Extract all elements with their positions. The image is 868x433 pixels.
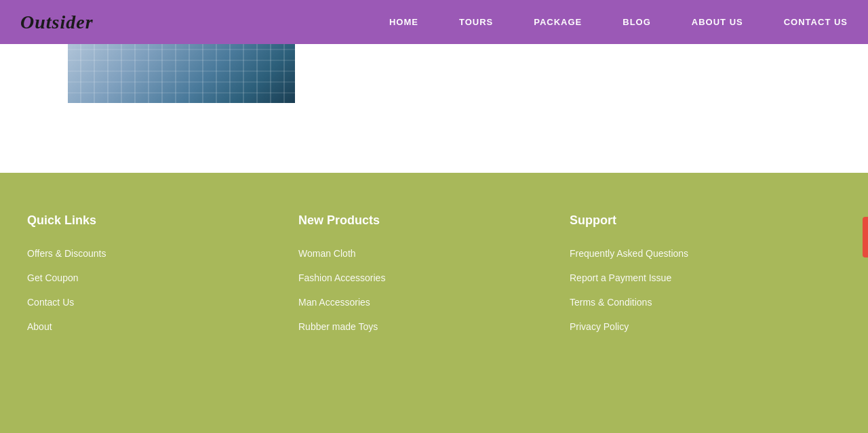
nav-tours[interactable]: TOURS xyxy=(459,17,493,27)
link-get-coupon[interactable]: Get Coupon xyxy=(27,272,298,283)
nav-home[interactable]: HOME xyxy=(389,17,418,27)
support-title: Support xyxy=(570,213,841,228)
link-offers-discounts[interactable]: Offers & Discounts xyxy=(27,248,298,259)
quick-links-title: Quick Links xyxy=(27,213,298,228)
footer-col-support: Support Frequently Asked Questions Repor… xyxy=(570,213,841,346)
link-faq[interactable]: Frequently Asked Questions xyxy=(570,248,841,259)
footer-col-new-products: New Products Woman Cloth Fashion Accesso… xyxy=(298,213,570,346)
link-payment-issue[interactable]: Report a Payment Issue xyxy=(570,272,841,283)
building-image-container xyxy=(68,44,295,103)
link-contact-us[interactable]: Contact Us xyxy=(27,297,298,308)
new-products-title: New Products xyxy=(298,213,570,228)
scroll-indicator[interactable] xyxy=(863,217,868,257)
nav-package[interactable]: PACKAGE xyxy=(534,17,582,27)
main-content xyxy=(0,44,868,173)
link-privacy[interactable]: Privacy Policy xyxy=(570,321,841,332)
building-image xyxy=(68,44,295,103)
footer-col-quick-links: Quick Links Offers & Discounts Get Coupo… xyxy=(27,213,298,346)
footer-columns: Quick Links Offers & Discounts Get Coupo… xyxy=(0,213,868,346)
nav-contact[interactable]: CONTACT US xyxy=(784,17,848,27)
link-man-accessories[interactable]: Man Accessories xyxy=(298,297,570,308)
footer: Quick Links Offers & Discounts Get Coupo… xyxy=(0,173,868,433)
nav-about[interactable]: ABOUT US xyxy=(692,17,743,27)
logo[interactable]: Outsider xyxy=(20,12,94,33)
link-woman-cloth[interactable]: Woman Cloth xyxy=(298,248,570,259)
nav-blog[interactable]: BLOG xyxy=(623,17,651,27)
link-about[interactable]: About xyxy=(27,321,298,332)
link-rubber-toys[interactable]: Rubber made Toys xyxy=(298,321,570,332)
link-terms[interactable]: Terms & Conditions xyxy=(570,297,841,308)
header: Outsider HOME TOURS PACKAGE BLOG ABOUT U… xyxy=(0,0,868,44)
main-nav: HOME TOURS PACKAGE BLOG ABOUT US CONTACT… xyxy=(389,17,848,27)
link-fashion-accessories[interactable]: Fashion Accessories xyxy=(298,272,570,283)
